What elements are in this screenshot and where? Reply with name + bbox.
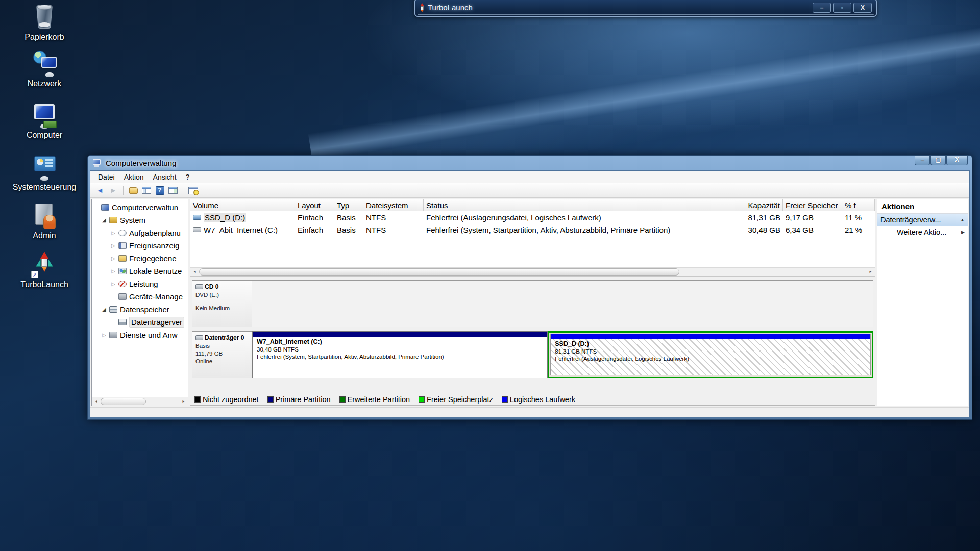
disk-icon <box>195 335 203 340</box>
window-titlebar[interactable]: Computerverwaltung – ▢ X <box>88 156 972 170</box>
expander-collapsed-icon[interactable] <box>111 256 118 261</box>
control-panel-icon <box>30 153 59 182</box>
tree-item-aufgabenplanung[interactable]: Aufgabenplanu <box>92 227 188 239</box>
legend-swatch <box>339 396 346 403</box>
scrollbar-thumb[interactable] <box>199 268 679 276</box>
turbolaunch-title: TurboLaunch <box>428 3 473 12</box>
scroll-right-icon[interactable] <box>179 397 188 406</box>
partition-legend: Nicht zugeordnet Primäre Partition Erwei… <box>190 393 875 406</box>
volume-list-horizontal-scrollbar[interactable] <box>190 267 875 276</box>
scrollbar-thumb[interactable] <box>101 398 146 405</box>
tree-item-geraete-manager[interactable]: Geräte-Manage <box>92 290 188 303</box>
maximize-button[interactable]: ▫ <box>833 3 851 13</box>
tree-item-freigegebene[interactable]: Freigegebene <box>92 252 188 265</box>
volume-list: Volume Layout Typ Dateisystem Status Kap… <box>190 199 875 267</box>
window-title: Computerverwaltung <box>106 159 176 167</box>
extended-partition-border: SSD_D (D:) 81,31 GB NTFS Fehlerfrei (Aus… <box>548 331 873 378</box>
column-header-layout[interactable]: Layout <box>295 199 334 211</box>
tree-item-datentraegerverwaltung[interactable]: Datenträgerver <box>92 316 188 329</box>
column-header-volume[interactable]: Volume <box>190 199 295 211</box>
maximize-button[interactable]: ▢ <box>930 156 946 165</box>
actions-pane: Aktionen Datenträgerverw... ▲ Weitere Ak… <box>877 199 968 406</box>
action-weitere-aktionen[interactable]: Weitere Aktio... ▶ <box>877 226 968 238</box>
cd-empty-region[interactable] <box>252 280 873 327</box>
expander-collapsed-icon[interactable] <box>111 230 118 236</box>
legend-item-extended: Erweiterte Partition <box>339 395 410 404</box>
show-action-pane-icon[interactable] <box>168 187 178 194</box>
legend-item-logical-drive: Logisches Laufwerk <box>502 395 575 404</box>
scroll-left-icon[interactable] <box>92 397 101 406</box>
minimize-button[interactable]: – <box>915 156 930 165</box>
partition-c[interactable]: W7_Abit_Internet (C:) 30,48 GB NTFS Fehl… <box>252 331 548 378</box>
tree-horizontal-scrollbar[interactable] <box>92 397 188 406</box>
menu-datei[interactable]: Datei <box>93 172 119 182</box>
legend-item-unallocated: Nicht zugeordnet <box>194 395 259 404</box>
close-button[interactable]: X <box>853 3 872 13</box>
toolbar: ? <box>90 183 969 198</box>
column-header-status[interactable]: Status <box>424 199 736 211</box>
show-console-tree-icon[interactable] <box>142 187 151 194</box>
cd-drive-label[interactable]: CD 0 DVD (E:) Kein Medium <box>192 280 252 327</box>
scroll-right-icon[interactable] <box>866 268 875 276</box>
column-header-kapazitaet[interactable]: Kapazität <box>736 199 783 211</box>
tree-item-leistung[interactable]: Leistung <box>92 278 188 290</box>
collapse-icon[interactable]: ▲ <box>960 217 965 222</box>
forward-icon[interactable] <box>108 185 119 195</box>
column-header-typ[interactable]: Typ <box>334 199 363 211</box>
device-manager-icon <box>118 293 127 300</box>
rocket-icon <box>420 3 425 12</box>
partition-d[interactable]: SSD_D (D:) 81,31 GB NTFS Fehlerfrei (Aus… <box>550 334 871 375</box>
disk0-type: Basis <box>195 343 249 349</box>
menu-hilfe[interactable]: ? <box>181 172 194 182</box>
console-tree-pane: Computerverwaltun System Aufgabenplanu <box>91 199 188 406</box>
volume-row-ssd-d[interactable]: SSD_D (D:) Einfach Basis NTFS Fehlerfrei… <box>190 211 875 223</box>
back-icon[interactable] <box>94 185 106 195</box>
column-header-prozent-frei[interactable]: % f <box>842 199 875 211</box>
menu-ansicht[interactable]: Ansicht <box>149 172 181 182</box>
menu-aktion[interactable]: Aktion <box>119 172 149 182</box>
event-viewer-icon <box>118 242 127 249</box>
submenu-arrow-icon[interactable]: ▶ <box>961 230 965 235</box>
desktop-icon-papierkorb[interactable]: Papierkorb <box>3 3 86 42</box>
minimize-button[interactable]: – <box>813 3 831 13</box>
disk0-label[interactable]: Datenträger 0 Basis 111,79 GB Online <box>192 331 252 378</box>
tree-item-dienste-und-anwendungen[interactable]: Dienste und Anw <box>92 329 188 341</box>
tree-item-ereignisanzeige[interactable]: Ereignisanzeig <box>92 239 188 252</box>
tree-item-computerverwaltung[interactable]: Computerverwaltun <box>92 201 188 214</box>
expander-expanded-icon[interactable] <box>102 217 109 223</box>
desktop-icon-systemsteuerung[interactable]: Systemsteuerung <box>3 153 86 192</box>
desktop-icon-label: Admin <box>3 231 86 240</box>
expander-collapsed-icon[interactable] <box>111 281 118 287</box>
close-button[interactable]: X <box>946 156 968 165</box>
rocket-shortcut-icon: ➚ <box>30 251 59 279</box>
desktop-icon-admin[interactable]: Admin <box>3 202 86 240</box>
desktop-icon-netzwerk[interactable]: Netzwerk <box>3 49 86 88</box>
expander-expanded-icon[interactable] <box>102 307 109 312</box>
legend-swatch <box>267 396 274 403</box>
action-datentraegerverwaltung[interactable]: Datenträgerverw... ▲ <box>877 214 968 226</box>
expander-collapsed-icon[interactable] <box>102 332 109 338</box>
tree-item-lokale-benutzer[interactable]: Lokale Benutze <box>92 265 188 278</box>
turbolaunch-titlebar[interactable]: TurboLaunch – ▫ X <box>415 0 876 16</box>
local-users-icon <box>118 268 127 274</box>
console-window-icon[interactable] <box>188 187 198 194</box>
computer-icon <box>101 204 109 211</box>
export-list-icon[interactable] <box>129 187 138 194</box>
disk0-capacity: 111,79 GB <box>195 350 249 357</box>
desktop-icon-turbolaunch[interactable]: ➚ TurboLaunch <box>3 251 86 289</box>
scroll-left-icon[interactable] <box>190 268 199 276</box>
toolbar-separator <box>183 186 183 195</box>
computer-management-icon <box>93 159 102 167</box>
column-header-freier-speicher[interactable]: Freier Speicher <box>783 199 842 211</box>
disk0-block: Datenträger 0 Basis 111,79 GB Online W7_… <box>192 331 873 378</box>
column-header-dateisystem[interactable]: Dateisystem <box>363 199 424 211</box>
volume-row-w7-abit-internet[interactable]: W7_Abit_Internet (C:) Einfach Basis NTFS… <box>190 223 875 236</box>
tree-item-system[interactable]: System <box>92 214 188 227</box>
expander-collapsed-icon[interactable] <box>111 268 118 274</box>
volume-list-header: Volume Layout Typ Dateisystem Status Kap… <box>190 199 875 211</box>
help-icon[interactable]: ? <box>156 186 164 195</box>
desktop-icon-label: Papierkorb <box>3 33 86 42</box>
desktop-icon-computer[interactable]: Computer <box>3 101 86 140</box>
tree-item-datenspeicher[interactable]: Datenspeicher <box>92 303 188 316</box>
expander-collapsed-icon[interactable] <box>111 243 118 248</box>
